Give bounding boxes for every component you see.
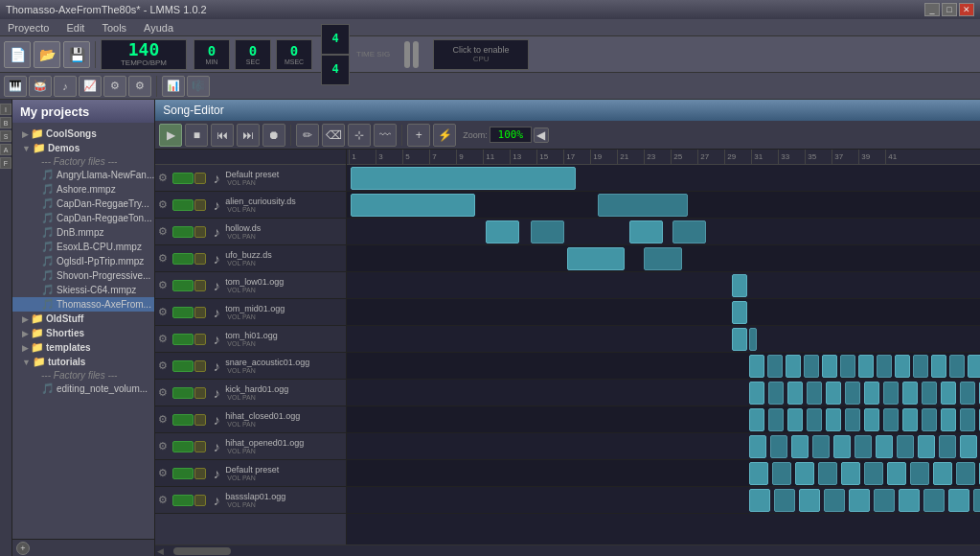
- track-mute-5[interactable]: [194, 307, 206, 318]
- timeline-row-10[interactable]: [347, 433, 980, 460]
- tl-block-8-3[interactable]: [807, 382, 822, 405]
- track-name-8[interactable]: kick_hard01.ogg: [225, 384, 346, 394]
- tl-block-9-5[interactable]: [845, 408, 860, 431]
- tree-item-coolsongs[interactable]: ▶📁CoolSongs: [12, 127, 154, 141]
- timeline-row-7[interactable]: [347, 353, 980, 380]
- midi-btn[interactable]: 🎼: [187, 76, 210, 97]
- timeline-row-0[interactable]: [347, 165, 980, 192]
- tl-block-9-1[interactable]: [768, 408, 784, 431]
- track-settings-4[interactable]: ⚙: [155, 279, 171, 291]
- track-name-12[interactable]: bassslap01.ogg: [225, 492, 346, 501]
- tl-block-7-9[interactable]: [913, 355, 928, 378]
- tl-block-8-11[interactable]: [960, 382, 975, 405]
- tl-block-2-1[interactable]: [531, 220, 564, 243]
- se-zoom-value[interactable]: 100%: [490, 127, 532, 143]
- tl-block-2-2[interactable]: [629, 220, 663, 243]
- tree-item-capdan-reggae[interactable]: 🎵CapDan-ReggaeTry...: [12, 197, 154, 211]
- track-settings-6[interactable]: ⚙: [155, 333, 171, 345]
- tl-block-3-0[interactable]: [567, 247, 625, 270]
- track-name-9[interactable]: hihat_closed01.ogg: [225, 411, 346, 421]
- hscroll-thumb[interactable]: [173, 547, 231, 555]
- tl-block-9-7[interactable]: [883, 408, 899, 431]
- tl-block-8-10[interactable]: [941, 382, 956, 405]
- tree-arrow-templates[interactable]: ▶: [22, 343, 29, 353]
- se-hscrollbar[interactable]: ◀ ▶: [155, 544, 980, 556]
- tl-block-11-6[interactable]: [887, 462, 906, 485]
- save-button[interactable]: 💾: [63, 41, 90, 68]
- timeline-row-4[interactable]: [347, 272, 980, 299]
- tl-block-8-6[interactable]: [864, 382, 879, 405]
- timeline-row-12[interactable]: [347, 487, 980, 514]
- tl-block-8-7[interactable]: [883, 382, 899, 405]
- track-active-9[interactable]: [172, 414, 194, 426]
- track-instrument-icon-0[interactable]: ♪: [208, 170, 225, 187]
- track-instrument-icon-12[interactable]: ♪: [208, 492, 225, 509]
- tl-block-10-0[interactable]: [749, 435, 766, 458]
- tempo-display[interactable]: 140 TEMPO/BPM: [101, 39, 187, 70]
- track-instrument-icon-7[interactable]: ♪: [208, 358, 225, 375]
- tl-block-7-8[interactable]: [895, 355, 910, 378]
- tree-arrow-shorties[interactable]: ▶: [22, 329, 29, 338]
- tl-block-8-8[interactable]: [902, 382, 918, 405]
- tree-item-capdan-reggaeton[interactable]: 🎵CapDan-ReggaeTon...: [12, 211, 154, 225]
- tree-item-esoxlb[interactable]: 🎵EsoxLB-CPU.mmpz: [12, 240, 154, 254]
- volume-slider[interactable]: [413, 41, 419, 68]
- track-active-12[interactable]: [172, 495, 194, 506]
- tl-block-11-5[interactable]: [864, 462, 883, 485]
- track-instrument-icon-8[interactable]: ♪: [208, 384, 225, 402]
- tl-block-10-4[interactable]: [833, 435, 851, 458]
- timeline-blocks[interactable]: [347, 165, 980, 514]
- timesig-top-display[interactable]: 4: [321, 24, 350, 55]
- open-button[interactable]: 📂: [34, 41, 60, 68]
- instrument-plugins-btn[interactable]: 🎹: [4, 76, 27, 97]
- tl-block-1-0[interactable]: [351, 194, 475, 217]
- tl-block-8-9[interactable]: [922, 382, 937, 405]
- tl-block-11-2[interactable]: [795, 462, 814, 485]
- track-settings-2[interactable]: ⚙: [155, 225, 171, 238]
- tl-block-10-3[interactable]: [812, 435, 830, 458]
- track-active-5[interactable]: [172, 307, 194, 318]
- tl-block-9-2[interactable]: [787, 408, 803, 431]
- tree-item-shovon[interactable]: 🎵Shovon-Progressive...: [12, 268, 154, 283]
- tl-block-9-6[interactable]: [864, 408, 879, 431]
- tl-block-12-0[interactable]: [749, 489, 770, 512]
- tree-item-editing-note[interactable]: 🎵editing_note_volum...: [12, 382, 154, 396]
- tree-item-dnb[interactable]: 🎵DnB.mmpz: [12, 225, 154, 240]
- tl-block-10-2[interactable]: [791, 435, 809, 458]
- track-name-2[interactable]: hollow.ds: [225, 223, 346, 233]
- tl-block-0-0[interactable]: [351, 167, 576, 190]
- tl-block-7-6[interactable]: [858, 355, 874, 378]
- track-active-11[interactable]: [172, 468, 194, 479]
- menu-tools[interactable]: Tools: [98, 22, 130, 34]
- close-button[interactable]: ✕: [959, 3, 974, 16]
- track-active-1[interactable]: [172, 199, 194, 211]
- track-instrument-icon-10[interactable]: ♪: [208, 438, 225, 455]
- tl-block-7-7[interactable]: [877, 355, 892, 378]
- tree-item-templates[interactable]: ▶📁templates: [12, 340, 154, 355]
- timeline-row-3[interactable]: [347, 245, 980, 272]
- track-mute-12[interactable]: [194, 495, 206, 506]
- timeline-row-1[interactable]: [347, 192, 980, 219]
- tl-block-11-1[interactable]: [772, 462, 791, 485]
- tree-item-shorties[interactable]: ▶📁Shorties: [12, 326, 154, 340]
- track-settings-0[interactable]: ⚙: [155, 172, 171, 184]
- tl-block-12-1[interactable]: [774, 489, 795, 512]
- tl-block-7-11[interactable]: [949, 355, 965, 378]
- track-name-4[interactable]: tom_low01.ogg: [225, 277, 346, 287]
- tl-block-12-6[interactable]: [899, 489, 920, 512]
- tree-item-factory-files-1[interactable]: --- Factory files ---: [12, 155, 154, 168]
- track-settings-5[interactable]: ⚙: [155, 306, 171, 318]
- tree-item-oglsdl[interactable]: 🎵OglsdI-PpTrip.mmpz: [12, 254, 154, 268]
- tree-item-skiessi[interactable]: 🎵Skiessi-C64.mmpz: [12, 283, 154, 297]
- tl-block-11-0[interactable]: [749, 462, 768, 485]
- track-settings-10[interactable]: ⚙: [155, 440, 171, 452]
- samples-tab[interactable]: S: [0, 130, 11, 142]
- se-add-sample-btn[interactable]: +: [407, 124, 430, 147]
- hscroll-left[interactable]: ◀: [157, 546, 164, 556]
- track-name-6[interactable]: tom_hi01.ogg: [225, 331, 346, 340]
- track-mute-0[interactable]: [194, 173, 206, 184]
- tl-block-12-3[interactable]: [824, 489, 845, 512]
- track-mute-8[interactable]: [194, 387, 206, 399]
- tl-block-10-10[interactable]: [960, 435, 977, 458]
- tl-block-12-5[interactable]: [874, 489, 895, 512]
